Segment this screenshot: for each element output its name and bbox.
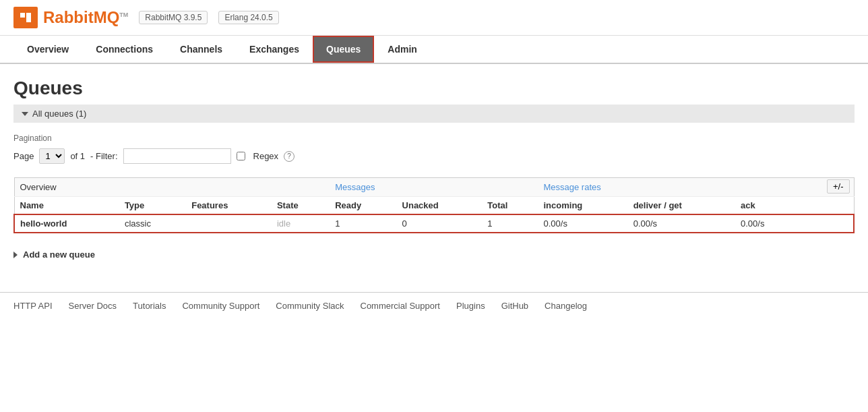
queue-features-cell bbox=[186, 214, 272, 233]
col-ready: Ready bbox=[330, 197, 396, 215]
svg-rect-1 bbox=[20, 13, 25, 18]
nav-queues[interactable]: Queues bbox=[313, 36, 374, 63]
regex-checkbox[interactable] bbox=[237, 152, 245, 160]
footer-http-api[interactable]: HTTP API bbox=[13, 301, 53, 311]
logo-text: RabbitMQTM bbox=[43, 8, 128, 27]
messages-header: Messages bbox=[330, 178, 538, 197]
logo-tm: TM bbox=[119, 11, 128, 18]
nav-overview[interactable]: Overview bbox=[13, 36, 82, 63]
filter-label: - Filter: bbox=[90, 151, 117, 161]
queue-deliver-get-cell: 0.00/s bbox=[628, 214, 735, 233]
col-total: Total bbox=[482, 197, 538, 215]
footer-github[interactable]: GitHub bbox=[501, 301, 528, 311]
plus-minus-button[interactable]: +/- bbox=[827, 179, 850, 194]
nav-exchanges[interactable]: Exchanges bbox=[236, 36, 313, 63]
expand-icon bbox=[13, 252, 18, 258]
page-select[interactable]: 1 bbox=[39, 148, 65, 164]
queue-name-link[interactable]: hello-world bbox=[20, 218, 67, 229]
add-queue-section[interactable]: Add a new queue bbox=[13, 244, 855, 265]
queue-type-cell: classic bbox=[119, 214, 186, 233]
overview-header: Overview bbox=[14, 178, 330, 197]
col-type: Type bbox=[119, 197, 186, 215]
queue-unacked-cell: 0 bbox=[397, 214, 483, 233]
message-rates-header: Message rates bbox=[538, 178, 797, 197]
col-unacked: Unacked bbox=[397, 197, 483, 215]
col-name: Name bbox=[14, 197, 119, 215]
footer-commercial-support[interactable]: Commercial Support bbox=[361, 301, 441, 311]
col-state: State bbox=[272, 197, 330, 215]
svg-rect-2 bbox=[26, 13, 31, 18]
footer-community-slack[interactable]: Community Slack bbox=[276, 301, 344, 311]
footer-tutorials[interactable]: Tutorials bbox=[133, 301, 166, 311]
logo-rabbit: RabbitMQ bbox=[43, 8, 119, 26]
svg-rect-0 bbox=[18, 10, 34, 25]
section-title: All queues (1) bbox=[32, 109, 86, 119]
footer-changelog[interactable]: Changelog bbox=[545, 301, 587, 311]
queue-incoming-cell: 0.00/s bbox=[538, 214, 627, 233]
nav-admin[interactable]: Admin bbox=[374, 36, 431, 63]
pagination-row: Page 1 of 1 - Filter: Regex ? bbox=[13, 148, 855, 164]
col-incoming: incoming bbox=[538, 197, 627, 215]
regex-label: Regex bbox=[253, 151, 279, 161]
header: RabbitMQTM RabbitMQ 3.9.5 Erlang 24.0.5 bbox=[0, 0, 868, 36]
all-queues-section: All queues (1) bbox=[13, 105, 855, 123]
queue-ack-cell: 0.00/s bbox=[735, 214, 798, 233]
add-queue-label: Add a new queue bbox=[23, 249, 95, 260]
collapse-icon[interactable] bbox=[22, 112, 28, 116]
nav-channels[interactable]: Channels bbox=[166, 36, 236, 63]
footer-server-docs[interactable]: Server Docs bbox=[69, 301, 117, 311]
footer-plugins[interactable]: Plugins bbox=[456, 301, 485, 311]
queue-state-cell: idle bbox=[272, 214, 330, 233]
page-label: Page bbox=[13, 151, 34, 161]
queue-total-cell: 1 bbox=[482, 214, 538, 233]
help-icon[interactable]: ? bbox=[284, 151, 294, 162]
main-content: Queues All queues (1) Pagination Page 1 … bbox=[0, 64, 868, 278]
filter-input[interactable] bbox=[123, 148, 231, 164]
rabbitmq-version-badge: RabbitMQ 3.9.5 bbox=[139, 11, 208, 24]
erlang-version-badge: Erlang 24.0.5 bbox=[218, 11, 278, 24]
logo-area: RabbitMQTM bbox=[13, 7, 128, 28]
queue-name-cell: hello-world bbox=[14, 214, 119, 233]
svg-rect-3 bbox=[26, 18, 31, 22]
pagination-label: Pagination bbox=[13, 134, 855, 143]
footer: HTTP API Server Docs Tutorials Community… bbox=[0, 292, 868, 319]
queue-ready-cell: 1 bbox=[330, 214, 396, 233]
logo-icon bbox=[13, 7, 38, 28]
queues-table: Overview Messages Message rates +/- Name… bbox=[13, 177, 855, 233]
footer-community-support[interactable]: Community Support bbox=[182, 301, 259, 311]
table-row: hello-world classic idle 1 0 1 0.00/s 0.… bbox=[14, 214, 854, 233]
page-title: Queues bbox=[13, 78, 855, 99]
nav-connections[interactable]: Connections bbox=[82, 36, 166, 63]
of-label: of 1 bbox=[70, 151, 85, 161]
main-nav: Overview Connections Channels Exchanges … bbox=[0, 36, 868, 64]
col-deliver-get: deliver / get bbox=[628, 197, 735, 215]
col-ack: ack bbox=[735, 197, 798, 215]
col-features: Features bbox=[186, 197, 272, 215]
